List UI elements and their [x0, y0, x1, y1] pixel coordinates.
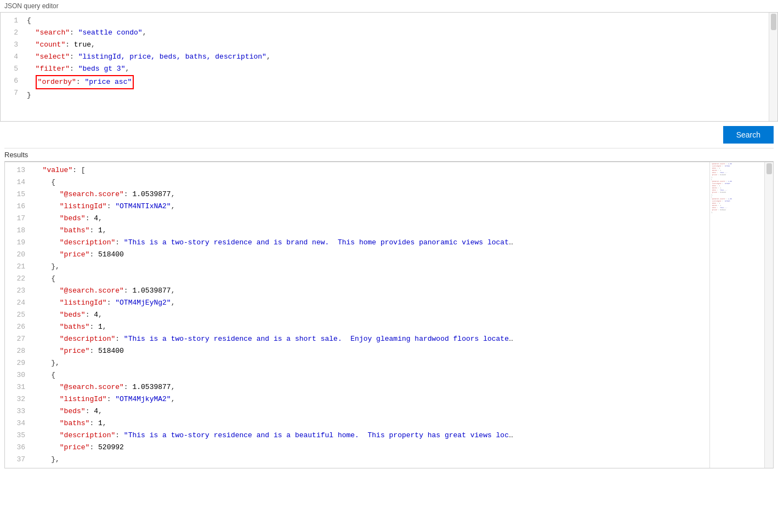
line-num-2: 2: [5, 27, 18, 39]
res-line-num-35: 35: [9, 430, 25, 442]
res-line-num-19: 19: [9, 237, 25, 249]
res-line-26: "baths": 1,: [34, 321, 705, 333]
mini-line-5: "desc": "This...": [711, 172, 763, 174]
results-scrollbar[interactable]: [764, 162, 773, 468]
res-line-18: "baths": 1,: [34, 225, 705, 237]
res-line-15: "@search.score": 1.0539877,: [34, 188, 705, 201]
res-line-20: "price": 518400: [34, 249, 705, 261]
line-num-6: 6: [5, 75, 18, 87]
mini-line-13: "desc": "This...": [711, 190, 763, 191]
res-line-14: {: [34, 176, 705, 188]
res-line-num-32: 32: [9, 393, 25, 405]
res-line-25: "beds": 4,: [34, 309, 705, 321]
results-line-numbers: 13 14 15 16 17 18 19 20 21 22 23 24 25 2…: [5, 162, 30, 468]
res-line-num-15: 15: [9, 188, 25, 201]
res-line-21: },: [34, 261, 705, 273]
search-button[interactable]: Search: [723, 126, 774, 144]
mini-line-21: "desc": "This...": [711, 207, 763, 209]
res-line-32: "listingId": "OTM4MjkyMA2",: [34, 393, 705, 405]
mini-line-7: },: [711, 176, 763, 178]
res-line-num-13: 13: [9, 164, 25, 176]
page-container: JSON query editor 1 2 3 4 5 6 7 { "searc…: [0, 0, 778, 532]
search-button-row: Search: [0, 122, 778, 148]
res-line-35: "description": "This is a two-story resi…: [34, 430, 705, 442]
res-line-num-33: 33: [9, 405, 25, 417]
mini-line-18: "listingId": "OTM4M": [711, 201, 763, 202]
line-num-4: 4: [5, 51, 18, 63]
res-line-37: },: [34, 454, 705, 466]
res-line-num-17: 17: [9, 213, 25, 225]
res-line-16: "listingId": "OTM4NTIxNA2",: [34, 201, 705, 213]
mini-line-17: "@search.score": 1.05: [711, 198, 763, 200]
res-line-num-22: 22: [9, 273, 25, 285]
mini-line-4: "baths": 1: [711, 170, 763, 171]
res-line-29: },: [34, 357, 705, 369]
mini-line-10: "listingId": "OTM4M": [711, 183, 763, 185]
res-line-28: "price": 518400: [34, 345, 705, 357]
res-line-num-25: 25: [9, 309, 25, 321]
res-line-num-37: 37: [9, 454, 25, 466]
mini-line-1: "@search.score": 1.05: [711, 163, 763, 165]
editor-line-1: {: [27, 15, 764, 27]
line-num-3: 3: [5, 39, 18, 51]
line-num-1: 1: [5, 15, 18, 27]
res-line-34: "baths": 1,: [34, 417, 705, 430]
res-line-num-24: 24: [9, 297, 25, 309]
editor-line-2: "search": "seattle condo",: [27, 27, 764, 39]
res-line-24: "listingId": "OTM4MjEyNg2",: [34, 297, 705, 309]
res-line-23: "@search.score": 1.0539877,: [34, 285, 705, 297]
mini-preview-content: "@search.score": 1.05 "listingId": "OTM4…: [710, 162, 764, 215]
res-line-19: "description": "This is a two-story resi…: [34, 237, 705, 249]
results-section: 13 14 15 16 17 18 19 20 21 22 23 24 25 2…: [4, 161, 774, 468]
mini-line-6: "price": 518400: [711, 174, 763, 176]
res-line-num-23: 23: [9, 285, 25, 297]
editor-line-3: "count": true,: [27, 39, 764, 51]
results-title: Results: [0, 148, 778, 161]
res-line-36: "price": 520992: [34, 442, 705, 454]
editor-line-4: "select": "listingId, price, beds, baths…: [27, 51, 764, 63]
res-line-num-29: 29: [9, 357, 25, 369]
mini-line-16: {: [711, 196, 763, 198]
res-line-num-28: 28: [9, 345, 25, 357]
results-wrapper: 13 14 15 16 17 18 19 20 21 22 23 24 25 2…: [5, 162, 773, 468]
mini-line-15: },: [711, 194, 763, 196]
editor-line-6: "orderby": "price asc": [27, 75, 764, 89]
res-line-num-30: 30: [9, 369, 25, 381]
res-line-num-26: 26: [9, 321, 25, 333]
mini-line-11: "beds": 4: [711, 185, 763, 187]
editor-line-7: }: [27, 89, 764, 101]
results-code-area: "value": [ { "@search.score": 1.0539877,…: [30, 162, 709, 468]
mini-line-19: "beds": 4: [711, 203, 763, 204]
results-scrollbar-thumb: [766, 163, 772, 174]
mini-line-20: "baths": 1: [711, 205, 763, 207]
res-line-num-21: 21: [9, 261, 25, 273]
mini-line-3: "beds": 4: [711, 168, 763, 169]
line-num-7: 7: [5, 87, 18, 99]
mini-line-2: "listingId": "OTM4N": [711, 165, 763, 167]
res-line-30: {: [34, 369, 705, 381]
mini-line-8: {: [711, 179, 763, 180]
mini-line-23: },: [711, 211, 763, 213]
mini-line-9: "@search.score": 1.05: [711, 181, 763, 182]
res-line-17: "beds": 4,: [34, 213, 705, 225]
editor-line-numbers: 1 2 3 4 5 6 7: [1, 13, 22, 121]
res-line-num-14: 14: [9, 176, 25, 188]
res-line-num-16: 16: [9, 201, 25, 213]
editor-scrollbar[interactable]: [769, 13, 777, 121]
res-line-33: "beds": 4,: [34, 405, 705, 417]
res-line-13: "value": [: [34, 164, 705, 176]
res-line-num-34: 34: [9, 417, 25, 430]
editor-scrollbar-thumb: [771, 14, 776, 30]
mini-line-22: "price": 520992: [711, 209, 763, 211]
editor-line-5: "filter": "beds gt 3",: [27, 63, 764, 75]
line-num-5: 5: [5, 63, 18, 75]
res-line-27: "description": "This is a two-story resi…: [34, 333, 705, 345]
mini-line-14: "price": 518400: [711, 192, 763, 193]
editor-code-area[interactable]: { "search": "seattle condo", "count": tr…: [22, 13, 769, 121]
res-line-31: "@search.score": 1.0539877,: [34, 381, 705, 393]
res-line-num-18: 18: [9, 225, 25, 237]
res-line-num-20: 20: [9, 249, 25, 261]
res-line-num-27: 27: [9, 333, 25, 345]
mini-preview-panel: "@search.score": 1.05 "listingId": "OTM4…: [709, 162, 764, 468]
res-line-22: {: [34, 273, 705, 285]
